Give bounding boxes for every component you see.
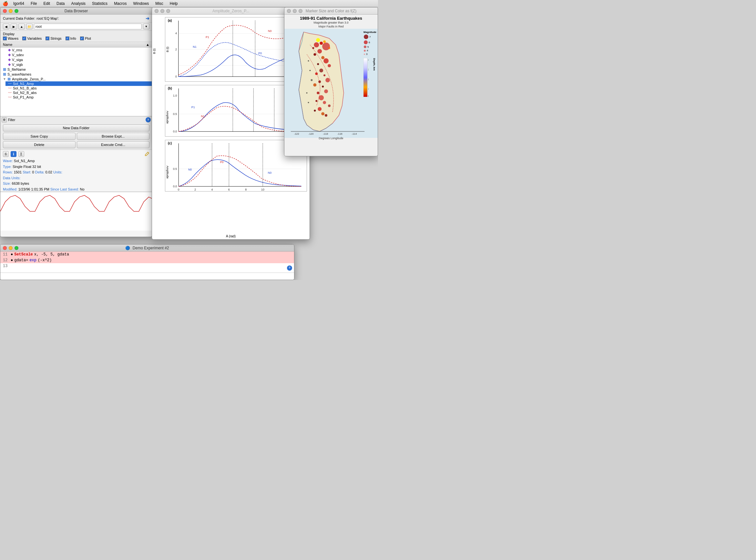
folder-icon-btn[interactable]: 📁 — [26, 24, 33, 29]
help-button[interactable]: ? — [146, 117, 151, 122]
zoom-button[interactable] — [166, 9, 170, 13]
map-traffic-lights[interactable] — [287, 9, 303, 13]
apple-menu[interactable]: 🍎 — [3, 1, 8, 6]
check-info[interactable]: ✓ Info — [65, 37, 76, 40]
forward-button[interactable]: ▶ — [11, 24, 17, 29]
menu-statistics[interactable]: Statistics — [91, 1, 109, 6]
execute-cmd-button[interactable]: Execute Cmd... — [77, 141, 149, 148]
check-variables[interactable]: ✓ Variables — [22, 37, 42, 40]
plot-checkbox[interactable]: ✓ — [80, 37, 84, 40]
line-number: 12 — [3, 258, 9, 263]
menu-misc[interactable]: Misc — [154, 1, 165, 6]
menu-igor64[interactable]: Igor64 — [12, 1, 25, 6]
minimize-button[interactable] — [160, 9, 164, 13]
folder-icon: ▦ — [7, 77, 11, 81]
close-button[interactable] — [3, 246, 7, 250]
new-data-folder-button[interactable]: New Data Folder — [3, 124, 149, 132]
variables-checkbox[interactable]: ✓ — [22, 37, 26, 40]
menu-data[interactable]: Data — [55, 1, 66, 6]
menu-windows[interactable]: Windows — [132, 1, 150, 6]
file-list-bottom-toolbar: ⚙ Filter ? — [0, 116, 152, 123]
svg-point-73 — [318, 107, 322, 111]
info-checkbox[interactable]: ✓ — [65, 37, 69, 40]
svg-text:-118: -118 — [323, 133, 328, 135]
y-label-b: Amplitude — [166, 111, 169, 124]
cmd-line-12: 12 ● gdata= exp (-x^2) — [0, 257, 294, 263]
cmd-input-field[interactable] — [2, 274, 293, 279]
zoom-button[interactable] — [15, 246, 18, 250]
path-select[interactable] — [34, 24, 142, 29]
minimize-button[interactable] — [9, 246, 13, 250]
info-panel: ⎘ ℹ Σ Wave: Sol_N1_Amp Type: Single Floa… — [0, 150, 152, 192]
legend-6: 6 — [364, 40, 376, 44]
svg-text:P1: P1 — [191, 106, 195, 109]
menu-file[interactable]: File — [29, 1, 38, 6]
sigma-icon[interactable]: Σ — [18, 151, 24, 157]
cmd-content: 11 ● SetScale x, -5, 5, gdata 12 ● gdata… — [0, 252, 294, 280]
edit-icon[interactable] — [145, 152, 149, 157]
svg-point-63 — [325, 78, 330, 82]
svg-point-51 — [323, 40, 326, 43]
file-item-amplitude-folder[interactable]: ▼ ▦ Amplitude_Zeros_P... — [0, 77, 152, 81]
check-strings[interactable]: ✓ Strings — [45, 37, 61, 40]
svg-point-55 — [313, 53, 316, 56]
size-value: 6638 bytes — [12, 181, 29, 185]
file-item-soln1babs[interactable]: 〰 Sol_N1_B_abs — [5, 86, 152, 91]
traffic-lights[interactable] — [3, 9, 18, 13]
data-units-label: Data Units: — [3, 176, 20, 180]
file-item-vsigb[interactable]: ◆ V_sigb — [5, 62, 152, 67]
check-waves[interactable]: ✓ Waves — [3, 37, 18, 40]
delete-button[interactable]: Delete — [3, 141, 76, 148]
copy-icon[interactable]: ⎘ — [3, 151, 9, 157]
colorbar: Depth, km 40 30 20 — [364, 58, 376, 98]
earthquake-title: 1989-91 California Earthquakes — [284, 15, 378, 21]
minimize-button[interactable] — [9, 9, 13, 13]
file-item-soln2babs[interactable]: 〰 Sol_N2_B_abs — [5, 91, 152, 95]
zoom-button[interactable] — [299, 9, 303, 13]
browse-expt-button[interactable]: Browse Expt... — [77, 133, 149, 140]
waveform-svg — [0, 192, 152, 231]
menu-edit[interactable]: Edit — [42, 1, 51, 6]
line-number: 11 — [3, 252, 9, 257]
svg-point-92 — [364, 54, 365, 55]
save-copy-button[interactable]: Save Copy — [3, 133, 76, 140]
check-plot[interactable]: ✓ Plot — [80, 37, 91, 40]
minimize-button[interactable] — [293, 9, 297, 13]
file-item-solp1amp[interactable]: 〰 Sol_P1_Amp — [5, 95, 152, 99]
rows-label: Rows: — [3, 170, 14, 174]
path-toolbar: Current Data Folder: root:'EQ Map': ➜ — [0, 15, 152, 23]
file-item-soln1amp[interactable]: 〰 Sol_N1_Amp — [5, 81, 152, 86]
start-label: Start: — [23, 170, 32, 174]
popup-button[interactable]: ▼ — [143, 24, 149, 29]
file-item-vsiga[interactable]: ◆ V_siga — [5, 57, 152, 62]
file-item-vsdev[interactable]: ◆ V_sdev — [5, 52, 152, 57]
waves-checkbox[interactable]: ✓ — [3, 37, 7, 40]
svg-point-68 — [317, 92, 319, 94]
svg-point-76 — [325, 114, 327, 117]
menu-help[interactable]: Help — [168, 1, 179, 6]
file-item-vrms[interactable]: ◆ V_rms — [5, 47, 152, 52]
svg-rect-93 — [364, 58, 367, 97]
filter-icon[interactable]: ⚙ — [2, 117, 7, 122]
close-button[interactable] — [155, 9, 159, 13]
menu-analysis[interactable]: Analysis — [70, 1, 87, 6]
graph-traffic-lights[interactable] — [155, 9, 170, 13]
file-item-swavenames[interactable]: ▦ S_waveNames — [0, 72, 152, 77]
close-button[interactable] — [3, 9, 7, 13]
navigate-forward-icon[interactable]: ➜ — [146, 16, 149, 21]
up-button[interactable]: ▲ — [18, 24, 25, 29]
menu-macros[interactable]: Macros — [113, 1, 128, 6]
type-label: Type: — [3, 165, 13, 168]
since-saved-label: Since Last Saved: — [50, 187, 80, 191]
help-icon[interactable]: ? — [287, 265, 292, 271]
zoom-button[interactable] — [15, 9, 18, 13]
strings-checkbox[interactable]: ✓ — [45, 37, 49, 40]
file-item-sfilename[interactable]: ▦ S_fileName — [0, 67, 152, 72]
svg-point-60 — [319, 68, 323, 72]
string-icon: ▦ — [3, 72, 6, 76]
cmd-traffic-lights[interactable] — [3, 246, 18, 250]
close-button[interactable] — [287, 9, 291, 13]
back-button[interactable]: ◀ — [3, 24, 9, 29]
waveform-preview — [0, 192, 152, 231]
info-icon[interactable]: ℹ — [11, 151, 17, 157]
